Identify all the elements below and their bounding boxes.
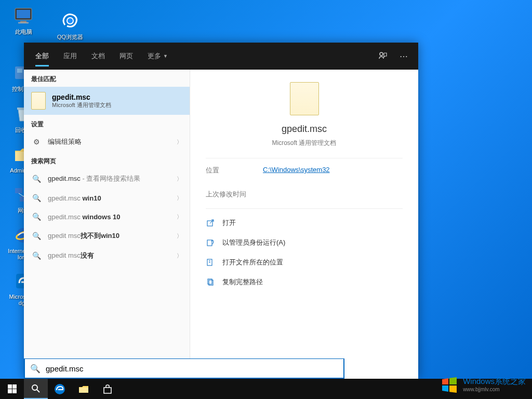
tab-web[interactable]: 网页: [112, 43, 140, 70]
svg-point-28: [32, 385, 37, 390]
desktop-icon-qq-browser[interactable]: QQ浏览器: [55, 10, 86, 41]
chevron-right-icon: 〉: [177, 213, 182, 221]
preview-title: gpedit.msc: [282, 124, 327, 135]
action-open[interactable]: 打开: [206, 213, 403, 233]
icon-label: 此电脑: [15, 28, 32, 36]
search-icon: 🔍: [31, 212, 42, 221]
svg-rect-27: [12, 389, 17, 393]
preview-column: gpedit.msc Microsoft 通用管理文档 位置 C:\Window…: [190, 70, 418, 379]
tab-all[interactable]: 全部: [28, 43, 56, 70]
svg-rect-26: [8, 389, 12, 393]
windows-logo-icon: [440, 375, 459, 394]
action-copy-path[interactable]: 复制完整路径: [206, 272, 403, 292]
taskbar-store[interactable]: [96, 379, 119, 399]
search-panel: 全部 应用 文档 网页 更多 ▼ ⋯ 最佳匹配 gpedit.msc Micro…: [24, 43, 418, 379]
svg-rect-6: [17, 69, 22, 73]
taskbar-search-button[interactable]: [24, 379, 48, 399]
icon-label: QQ浏览器: [57, 33, 83, 41]
meta-location: 位置 C:\Windows\system32: [206, 158, 403, 182]
folder-open-icon: [206, 258, 215, 267]
tab-apps[interactable]: 应用: [56, 43, 84, 70]
search-icon: 🔍: [31, 175, 42, 183]
search-icon: 🔍: [30, 364, 41, 374]
chevron-right-icon: 〉: [177, 194, 182, 202]
settings-item-gpedit[interactable]: ⚙ 编辑组策略 〉: [24, 132, 190, 152]
search-header: 全部 应用 文档 网页 更多 ▼ ⋯: [24, 43, 418, 70]
taskbar-explorer[interactable]: [72, 379, 96, 399]
divider: [206, 208, 403, 209]
svg-rect-31: [79, 388, 88, 393]
copy-icon: [206, 277, 215, 287]
shield-icon: [206, 238, 215, 247]
search-input-box[interactable]: 🔍: [24, 358, 344, 379]
more-icon[interactable]: ⋯: [393, 43, 414, 70]
search-icon: 🔍: [31, 194, 42, 202]
search-body: 最佳匹配 gpedit.msc Microsoft 通用管理文档 设置 ⚙ 编辑…: [24, 70, 418, 379]
feedback-icon[interactable]: [373, 43, 393, 70]
tab-documents[interactable]: 文档: [84, 43, 112, 70]
section-settings: 设置: [24, 115, 190, 132]
svg-rect-2: [20, 21, 26, 22]
search-icon: 🔍: [31, 232, 42, 240]
tab-more[interactable]: 更多 ▼: [140, 43, 175, 70]
action-run-admin[interactable]: 以管理员身份运行(A): [206, 233, 403, 252]
svg-rect-32: [104, 388, 111, 393]
svg-rect-24: [8, 384, 12, 389]
section-best-match: 最佳匹配: [24, 70, 190, 87]
preview-subtitle: Microsoft 通用管理文档: [272, 139, 336, 148]
section-web: 搜索网页: [24, 152, 190, 169]
document-icon: [290, 82, 319, 115]
search-icon: 🔍: [31, 251, 42, 260]
svg-rect-25: [12, 384, 17, 389]
chevron-right-icon: 〉: [177, 138, 182, 146]
svg-rect-3: [18, 22, 29, 23]
desktop-icon-this-pc[interactable]: 此电脑: [8, 5, 39, 36]
watermark-text: Windows系统之家: [463, 377, 526, 387]
web-item-3[interactable]: 🔍 gpedit msc找不到win10 〉: [24, 226, 190, 246]
meta-modified: 上次修改时间: [206, 182, 403, 206]
web-item-4[interactable]: 🔍 gpedit msc没有 〉: [24, 246, 190, 265]
svg-point-18: [380, 52, 383, 56]
start-button[interactable]: [0, 379, 24, 399]
chevron-right-icon: 〉: [177, 232, 182, 240]
svg-line-29: [37, 390, 39, 392]
preview-header: gpedit.msc Microsoft 通用管理文档: [206, 82, 403, 158]
chevron-right-icon: 〉: [177, 175, 182, 183]
desktop-icons-col2: QQ浏览器: [47, 5, 94, 46]
computer-icon: [13, 5, 34, 26]
best-match-subtitle: Microsoft 通用管理文档: [52, 101, 111, 109]
desktop-icons: 此电脑: [0, 0, 47, 41]
results-column: 最佳匹配 gpedit.msc Microsoft 通用管理文档 设置 ⚙ 编辑…: [24, 70, 190, 379]
svg-rect-20: [207, 240, 212, 246]
web-item-1[interactable]: 🔍 gpedit.msc win10 〉: [24, 189, 190, 207]
svg-line-13: [19, 193, 23, 196]
open-icon: [206, 218, 215, 228]
svg-point-4: [67, 18, 73, 24]
taskbar-edge[interactable]: [48, 379, 72, 399]
svg-rect-1: [17, 10, 30, 18]
web-item-2[interactable]: 🔍 gpedit.msc windows 10 〉: [24, 207, 190, 226]
search-input[interactable]: [46, 364, 338, 373]
best-match-title: gpedit.msc: [52, 93, 111, 101]
web-item-0[interactable]: 🔍 gpedit.msc - 查看网络搜索结果 〉: [24, 169, 190, 189]
best-match-item[interactable]: gpedit.msc Microsoft 通用管理文档: [24, 87, 190, 115]
chevron-right-icon: 〉: [177, 252, 182, 260]
qq-browser-icon: [60, 10, 81, 31]
document-icon: [31, 92, 46, 110]
location-link[interactable]: C:\Windows\system32: [263, 166, 330, 175]
watermark: Windows系统之家 www.bjjmlv.com: [440, 375, 526, 394]
watermark-url: www.bjjmlv.com: [463, 387, 526, 392]
gear-icon: ⚙: [31, 138, 42, 146]
svg-rect-10: [15, 188, 22, 193]
action-open-location[interactable]: 打开文件所在的位置: [206, 252, 403, 272]
